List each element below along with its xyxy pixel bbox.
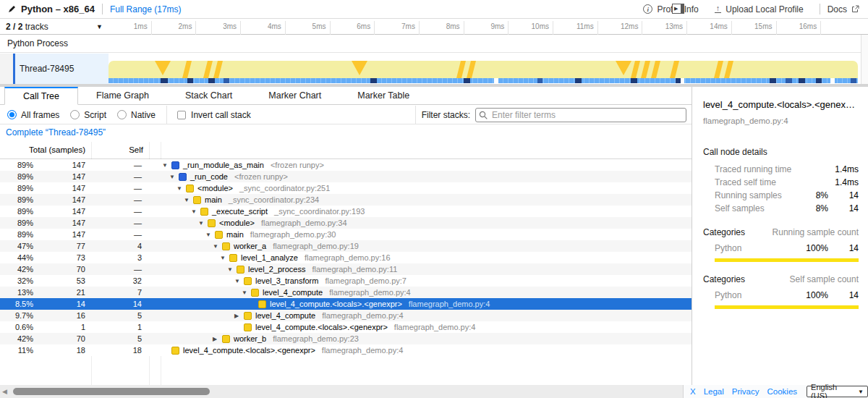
tab-flame-graph[interactable]: Flame Graph xyxy=(78,87,167,104)
marker-slash-icon[interactable] xyxy=(467,61,477,78)
marker-slash-icon[interactable] xyxy=(724,61,734,78)
scroll-left-arrow-icon[interactable]: ◀ xyxy=(2,388,7,395)
invert-call-stack-checkbox[interactable] xyxy=(177,111,186,119)
category-square-icon xyxy=(193,196,201,204)
chevron-down-icon[interactable]: ▼ xyxy=(96,23,103,30)
sample-segment xyxy=(816,78,822,83)
table-row[interactable]: 44%733▼level_1_analyzeflamegraph_demo.py… xyxy=(0,252,692,263)
filter-stacks-input[interactable] xyxy=(475,108,686,122)
table-row[interactable]: 89%147—▼main_sync_coordinator.py:234 xyxy=(0,194,692,206)
table-row[interactable]: 89%147—▼mainflamegraph_demo.py:30 xyxy=(0,229,692,240)
expander-open-icon[interactable]: ▼ xyxy=(198,220,208,226)
expander-open-icon[interactable]: ▼ xyxy=(184,197,193,203)
cell-function: ▼mainflamegraph_demo.py:30 xyxy=(162,230,692,239)
radio-all-frames-icon[interactable] xyxy=(7,110,17,119)
full-range-button[interactable]: Full Range (17ms) xyxy=(110,4,182,14)
tracks-vertical-scrollbar[interactable] xyxy=(861,35,868,84)
table-row[interactable]: 89%147—▼<module>_sync_coordinator.py:251 xyxy=(0,182,692,194)
scrollbar-thumb[interactable] xyxy=(13,388,210,395)
expander-open-icon[interactable]: ▼ xyxy=(234,278,244,284)
breadcrumb[interactable]: Complete “Thread-78495” xyxy=(6,127,106,137)
tracks-visibility-dropdown[interactable]: 2 / 2 tracks xyxy=(6,22,48,32)
table-row[interactable]: 89%147—▼_execute_script_sync_coordinator… xyxy=(0,206,692,217)
footer-link-cookies[interactable]: Cookies xyxy=(767,387,798,396)
external-link-icon xyxy=(851,5,859,13)
thread-track[interactable]: Thread-78495 xyxy=(0,54,868,84)
footer-link-legal[interactable]: Legal xyxy=(704,387,724,396)
footer-link-privacy[interactable]: Privacy xyxy=(732,387,760,396)
marker-slash-icon[interactable] xyxy=(182,61,192,78)
marker-wedge-icon[interactable] xyxy=(155,61,171,75)
marker-slash-icon[interactable] xyxy=(456,61,467,78)
radio-script[interactable]: Script xyxy=(70,110,106,120)
process-track-header[interactable]: Python Process xyxy=(0,35,868,53)
radio-all-frames-label: All frames xyxy=(21,110,59,120)
expander-open-icon[interactable]: ▼ xyxy=(242,289,251,296)
marker-slash-icon[interactable] xyxy=(203,61,213,78)
edit-profile-name-icon[interactable] xyxy=(7,5,16,14)
expander-collapsed-icon[interactable]: ▶ xyxy=(213,336,222,342)
radio-all-frames[interactable]: All frames xyxy=(7,110,59,120)
language-select[interactable]: English (US) ▼ xyxy=(807,386,868,397)
table-row[interactable]: 32%5332▼level_3_transformflamegraph_demo… xyxy=(0,275,692,287)
category-square-icon xyxy=(222,242,230,250)
marker-slash-icon[interactable] xyxy=(631,61,641,78)
radio-script-icon[interactable] xyxy=(70,110,80,119)
column-header-total[interactable]: Total (samples) xyxy=(0,145,85,154)
categories-header: CategoriesRunning sample count xyxy=(703,227,859,237)
marker-wedge-icon[interactable] xyxy=(352,61,367,75)
cell-total-percent: 32% xyxy=(0,276,33,285)
expander-open-icon[interactable]: ▼ xyxy=(220,255,229,261)
expander-open-icon[interactable]: ▼ xyxy=(169,174,179,180)
table-row[interactable]: 13%217▼level_4_computeflamegraph_demo.py… xyxy=(0,287,692,298)
expander-open-icon[interactable]: ▼ xyxy=(191,208,200,215)
radio-native-icon[interactable] xyxy=(117,110,127,119)
upload-profile-button[interactable]: ↑ Upload Local Profile xyxy=(715,4,804,14)
expander-open-icon[interactable]: ▼ xyxy=(227,266,237,273)
table-row[interactable]: 89%147—▼<module>flamegraph_demo.py:34 xyxy=(0,217,692,229)
tab-call-tree[interactable]: Call Tree xyxy=(4,87,78,105)
process-track-label: Python Process xyxy=(7,38,68,48)
expander-collapsed-icon[interactable]: ▶ xyxy=(234,313,244,319)
table-row[interactable]: 47%774▼worker_aflamegraph_demo.py:19 xyxy=(0,240,692,252)
profile-info-button[interactable]: i Profile Info xyxy=(643,4,698,14)
docs-link[interactable]: Docs xyxy=(827,4,859,14)
expander-open-icon[interactable]: ▼ xyxy=(205,232,215,238)
footer-close-link[interactable]: X xyxy=(690,387,696,396)
radio-native[interactable]: Native xyxy=(117,110,156,120)
cell-function: ▶worker_bflamegraph_demo.py:23 xyxy=(162,334,692,343)
table-row[interactable]: 8.5%1414level_4_compute.<locals>.<genexp… xyxy=(0,298,692,310)
thread-track-label[interactable]: Thread-78495 xyxy=(15,54,109,84)
marker-wedge-icon[interactable] xyxy=(616,61,631,75)
tab-marker-table[interactable]: Marker Table xyxy=(339,87,427,104)
open-sidebar-button[interactable]: ▶ xyxy=(672,4,684,14)
table-row[interactable]: 0.6%11level_4_compute.<locals>.<genexpr>… xyxy=(0,321,692,333)
table-row[interactable]: 89%147—▼_run_code<frozen runpy> xyxy=(0,171,692,182)
function-name: main xyxy=(226,230,244,239)
expander-open-icon[interactable]: ▼ xyxy=(162,162,171,169)
expander-open-icon[interactable]: ▼ xyxy=(176,185,186,192)
table-row[interactable]: 42%705▶worker_bflamegraph_demo.py:23 xyxy=(0,333,692,344)
table-row[interactable]: 42%70—▼level_2_processflamegraph_demo.py… xyxy=(0,263,692,275)
sample-gap xyxy=(830,78,835,83)
timeline-ruler[interactable]: 2 / 2 tracks ▼ 1ms2ms3ms4ms5ms6ms7ms8ms9… xyxy=(0,19,868,35)
horizontal-scrollbar[interactable]: ◀ xyxy=(0,385,683,398)
thread-track-canvas[interactable] xyxy=(109,54,858,84)
sample-strip[interactable] xyxy=(109,78,858,83)
marker-slash-icon[interactable] xyxy=(670,61,680,78)
table-row[interactable]: 11%1818level_4_compute.<locals>.<genexpr… xyxy=(0,344,692,356)
tab-marker-chart[interactable]: Marker Chart xyxy=(250,87,339,104)
table-row[interactable]: 89%147—▼_run_module_as_main<frozen runpy… xyxy=(0,159,692,171)
marker-slash-icon[interactable] xyxy=(213,61,224,78)
column-header-self[interactable]: Self xyxy=(91,145,143,154)
marker-slash-icon[interactable] xyxy=(714,61,724,78)
function-name: main xyxy=(205,195,222,204)
invert-call-stack-label[interactable]: Invert call stack xyxy=(191,110,251,120)
table-row[interactable]: 9.7%165▶level_4_computeflamegraph_demo.p… xyxy=(0,310,692,321)
category-square-icon xyxy=(251,289,259,297)
marker-slash-icon[interactable] xyxy=(651,61,661,78)
expander-open-icon[interactable]: ▼ xyxy=(213,243,222,250)
activity-graph[interactable] xyxy=(109,61,858,78)
marker-slash-icon[interactable] xyxy=(641,61,651,78)
tab-stack-chart[interactable]: Stack Chart xyxy=(167,87,250,104)
